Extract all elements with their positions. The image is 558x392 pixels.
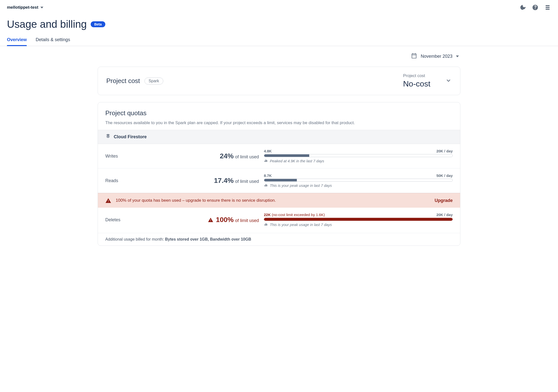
svg-rect-0 xyxy=(546,5,550,6)
svg-rect-6 xyxy=(265,185,265,186)
date-label: November 2023 xyxy=(421,54,452,59)
cost-title: Project cost xyxy=(106,77,140,85)
plan-chip: Spark xyxy=(144,78,163,84)
cost-right-inner: Project cost No-cost xyxy=(403,73,430,88)
svg-rect-7 xyxy=(266,184,266,186)
menu-icon[interactable] xyxy=(544,4,551,11)
date-selector[interactable]: November 2023 xyxy=(98,46,460,67)
quota-pct: 100% of limit used xyxy=(216,216,259,224)
bar-footer: Peaked at 4.9K in the last 7 days xyxy=(264,159,453,163)
bar-labels: 22K (no-cost limit exceeded by 1.6K) 20K… xyxy=(264,213,453,217)
cost-right: Project cost No-cost xyxy=(403,73,452,88)
project-name: mellotippet-test xyxy=(7,5,38,10)
tabs: Overview Details & settings xyxy=(0,35,558,46)
tab-details-settings[interactable]: Details & settings xyxy=(36,35,70,46)
upgrade-button[interactable]: Upgrade xyxy=(435,198,453,203)
warning-icon xyxy=(208,217,213,222)
bar-max: 20K / day xyxy=(436,149,453,153)
content-wrap: November 2023 Project cost Spark Project… xyxy=(91,46,467,246)
bar-current-extra: (no-cost limit exceeded by 1.6K) xyxy=(272,213,325,217)
bar-current-val: 22K xyxy=(264,213,271,217)
svg-rect-10 xyxy=(266,223,266,225)
title-row: Usage and billing Beta xyxy=(0,14,558,35)
progress-bar xyxy=(264,218,453,221)
pct-value: 24% xyxy=(220,152,234,160)
pct-value: 100% xyxy=(216,216,234,224)
svg-rect-5 xyxy=(267,160,267,162)
additional-usage-row: Additional usage billed for month: Bytes… xyxy=(98,233,460,246)
svg-rect-3 xyxy=(265,161,265,162)
bar-chart-icon xyxy=(264,159,268,163)
bar-current: 8.7K xyxy=(264,173,272,178)
project-cost-card: Project cost Spark Project cost No-cost xyxy=(98,67,460,95)
svg-rect-9 xyxy=(265,224,265,225)
cost-left: Project cost Spark xyxy=(106,77,163,85)
pct-suffix: of limit used xyxy=(235,154,259,160)
bar-max: 50K / day xyxy=(436,173,453,178)
quota-pct-wrap: 100% of limit used xyxy=(195,216,259,224)
progress-bar xyxy=(264,179,453,182)
warning-left: 100% of your quota has been used – upgra… xyxy=(105,198,276,203)
help-icon[interactable] xyxy=(532,4,539,11)
quota-bar-wrap: 4.8K 20K / day Peaked at 4.9K in the las… xyxy=(264,149,453,163)
cost-small-label: Project cost xyxy=(403,73,430,78)
bar-footer: This is your peak usage in last 7 days xyxy=(264,183,453,188)
quota-name: Deletes xyxy=(105,217,190,223)
bar-footer-text: This is your peak usage in last 7 days xyxy=(270,183,332,188)
quotas-description: The resources available to you in the Sp… xyxy=(105,120,453,125)
tab-label: Overview xyxy=(7,37,27,42)
quota-pct: 17.4% of limit used xyxy=(195,177,259,185)
top-actions xyxy=(519,4,551,11)
pct-suffix: of limit used xyxy=(235,179,259,184)
project-quotas-card: Project quotas The resources available t… xyxy=(98,102,460,246)
progress-fill xyxy=(264,218,452,221)
cost-value: No-cost xyxy=(403,79,430,88)
dark-mode-icon[interactable] xyxy=(519,4,526,11)
quota-name: Reads xyxy=(105,178,190,183)
bar-footer-text: Peaked at 4.9K in the last 7 days xyxy=(270,159,324,163)
firestore-icon xyxy=(105,134,111,140)
expand-cost-icon[interactable] xyxy=(445,77,452,85)
additional-prefix: Additional usage billed for month: xyxy=(105,237,165,241)
quota-warning-banner: 100% of your quota has been used – upgra… xyxy=(98,193,460,208)
page-title: Usage and billing xyxy=(7,18,87,30)
quota-bar-wrap: 8.7K 50K / day This is your peak usage i… xyxy=(264,173,453,188)
bar-labels: 4.8K 20K / day xyxy=(264,149,453,153)
bar-labels: 8.7K 50K / day xyxy=(264,173,453,178)
svg-rect-8 xyxy=(267,185,267,186)
warning-text: 100% of your quota has been used – upgra… xyxy=(116,198,276,203)
quota-pct: 24% of limit used xyxy=(195,152,259,160)
svg-rect-4 xyxy=(266,160,266,162)
project-selector[interactable]: mellotippet-test xyxy=(7,5,43,10)
quota-row-deletes: Deletes 100% of limit used 22K (no-cost xyxy=(98,208,460,233)
quota-bar-wrap: 22K (no-cost limit exceeded by 1.6K) 20K… xyxy=(264,213,453,227)
quotas-header: Project quotas The resources available t… xyxy=(98,102,460,130)
bar-max: 20K / day xyxy=(436,213,453,217)
warning-icon xyxy=(105,198,111,203)
svg-rect-2 xyxy=(546,9,550,10)
bar-footer-text: This is your peak usage in last 7 days xyxy=(270,223,332,227)
bar-chart-icon xyxy=(264,222,268,227)
page-root: mellotippet-test Usage and billing Beta … xyxy=(0,0,558,263)
bar-footer: This is your peak usage in last 7 days xyxy=(264,222,453,227)
beta-badge: Beta xyxy=(91,21,105,27)
svg-rect-1 xyxy=(546,7,550,8)
quotas-title: Project quotas xyxy=(105,109,453,117)
quota-name: Writes xyxy=(105,154,190,159)
progress-fill xyxy=(264,154,309,157)
quota-row-reads: Reads 17.4% of limit used 8.7K 50K / day xyxy=(98,168,460,193)
tab-overview[interactable]: Overview xyxy=(7,35,27,46)
product-header-firestore: Cloud Firestore xyxy=(98,130,460,144)
chevron-down-icon xyxy=(456,56,459,57)
svg-rect-11 xyxy=(267,224,267,225)
pct-suffix: of limit used xyxy=(235,218,259,223)
progress-fill xyxy=(264,179,297,181)
bar-current: 22K (no-cost limit exceeded by 1.6K) xyxy=(264,213,325,217)
product-name: Cloud Firestore xyxy=(114,134,147,140)
tab-label: Details & settings xyxy=(36,37,70,42)
top-bar: mellotippet-test xyxy=(0,4,558,14)
additional-bold: Bytes stored over 1GB, Bandwidth over 10… xyxy=(165,237,251,241)
progress-bar xyxy=(264,154,453,157)
quota-row-writes: Writes 24% of limit used 4.8K 20K / day xyxy=(98,144,460,168)
calendar-icon xyxy=(411,53,417,60)
